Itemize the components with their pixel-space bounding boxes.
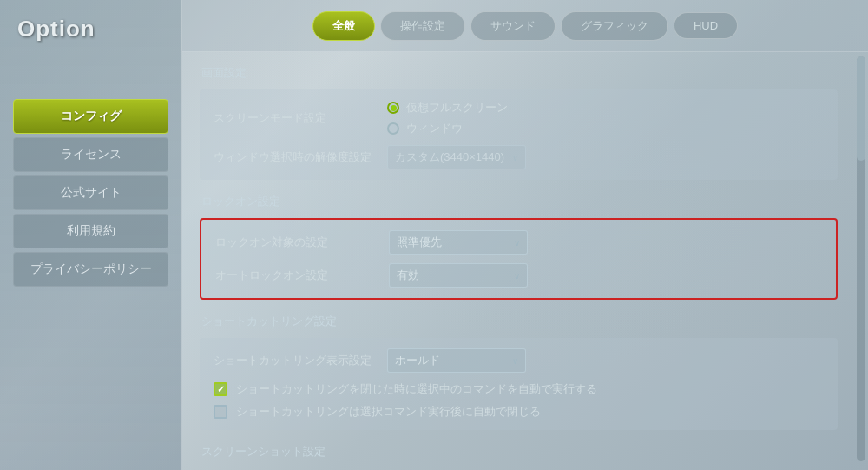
shortcut-checkbox2[interactable] bbox=[214, 405, 227, 419]
main-content: 画面設定 スクリーンモード設定 仮想フルスクリーン ウィンドウ bbox=[182, 52, 855, 461]
resolution-dropdown[interactable]: カスタム(3440×1440) ∨ bbox=[387, 145, 526, 169]
shortcut-display-row: ショートカットリング表示設定 ホールド ∨ bbox=[214, 348, 824, 373]
lockon-auto-dropdown-text: 有効 bbox=[397, 268, 507, 283]
sidebar-item-config[interactable]: コンフィグ bbox=[13, 99, 168, 134]
resolution-value: カスタム(3440×1440) ∨ bbox=[387, 145, 526, 169]
lockon-section: ロックオン設定 ロックオン対象の設定 照準優先 ∨ オートロックオン設定 有効 bbox=[200, 194, 838, 300]
lockon-target-label: ロックオン対象の設定 bbox=[215, 235, 389, 250]
shortcut-section-title: ショートカットリング設定 bbox=[200, 314, 838, 329]
lockon-target-row: ロックオン対象の設定 照準優先 ∨ bbox=[215, 230, 822, 255]
shortcut-display-dropdown[interactable]: ホールド ∨ bbox=[387, 348, 526, 373]
tab-controls[interactable]: 操作設定 bbox=[380, 11, 465, 41]
lockon-target-dropdown[interactable]: 照準優先 ∨ bbox=[389, 230, 528, 255]
resolution-dropdown-text: カスタム(3440×1440) bbox=[395, 149, 505, 165]
screen-mode-radio-group: 仮想フルスクリーン ウィンドウ bbox=[387, 100, 508, 136]
tab-general[interactable]: 全般 bbox=[312, 11, 375, 41]
lockon-auto-dropdown[interactable]: 有効 ∨ bbox=[389, 263, 528, 288]
app-title: Option bbox=[0, 0, 181, 56]
screen-section: 画面設定 スクリーンモード設定 仮想フルスクリーン ウィンドウ bbox=[200, 65, 838, 180]
lockon-auto-label: オートロックオン設定 bbox=[215, 268, 389, 283]
screen-mode-row: スクリーンモード設定 仮想フルスクリーン ウィンドウ bbox=[214, 100, 824, 136]
shortcut-display-value: ホールド ∨ bbox=[387, 348, 526, 373]
lockon-auto-dropdown-arrow: ∨ bbox=[514, 271, 520, 281]
sidebar-item-official[interactable]: 公式サイト bbox=[13, 175, 168, 210]
scrollbar-thumb[interactable] bbox=[857, 56, 865, 161]
scrollbar-track[interactable] bbox=[857, 56, 865, 461]
lockon-auto-row: オートロックオン設定 有効 ∨ bbox=[215, 263, 822, 288]
screen-section-body: スクリーンモード設定 仮想フルスクリーン ウィンドウ bbox=[200, 89, 838, 180]
tab-hud[interactable]: HUD bbox=[674, 12, 738, 39]
shortcut-checkbox2-row: ショートカットリングは選択コマンド実行後に自動で閉じる bbox=[214, 404, 824, 420]
radio-window-label: ウィンドウ bbox=[406, 121, 463, 136]
screenshot-section-title: スクリーンショット設定 bbox=[200, 444, 838, 460]
lockon-section-title: ロックオン設定 bbox=[200, 194, 838, 209]
screen-section-title: 画面設定 bbox=[200, 65, 838, 81]
radio-virtual-fullscreen-circle bbox=[387, 102, 399, 114]
radio-virtual-fullscreen-label: 仮想フルスクリーン bbox=[406, 100, 508, 116]
shortcut-checkbox2-label: ショートカットリングは選択コマンド実行後に自動で閉じる bbox=[236, 404, 541, 420]
radio-window[interactable]: ウィンドウ bbox=[387, 121, 508, 136]
resolution-dropdown-arrow: ∨ bbox=[512, 153, 518, 162]
shortcut-display-dropdown-arrow: ∨ bbox=[512, 356, 518, 366]
screenshot-section: スクリーンショット設定 撮影した画像のHUDを非表示にする 撮影時に通知を表示す… bbox=[200, 444, 838, 461]
lockon-auto-value: 有効 ∨ bbox=[389, 263, 528, 288]
sidebar-item-privacy[interactable]: プライバシーポリシー bbox=[13, 252, 168, 287]
shortcut-checkbox1-row: ショートカットリングを閉じた時に選択中のコマンドを自動で実行する bbox=[214, 381, 824, 397]
radio-window-circle bbox=[387, 122, 399, 135]
resolution-label: ウィンドウ選択時の解像度設定 bbox=[214, 149, 387, 165]
resolution-row: ウィンドウ選択時の解像度設定 カスタム(3440×1440) ∨ bbox=[214, 145, 824, 169]
screen-mode-label: スクリーンモード設定 bbox=[214, 110, 387, 126]
shortcut-display-dropdown-text: ホールド bbox=[395, 353, 505, 368]
tab-sound[interactable]: サウンド bbox=[470, 11, 556, 41]
screen-mode-value: 仮想フルスクリーン ウィンドウ bbox=[387, 100, 508, 136]
lockon-section-body: ロックオン対象の設定 照準優先 ∨ オートロックオン設定 有効 ∨ bbox=[200, 218, 838, 300]
sidebar-item-license[interactable]: ライセンス bbox=[13, 137, 168, 172]
tab-graphics[interactable]: グラフィック bbox=[561, 11, 668, 41]
sidebar-menu: コンフィグ ライセンス 公式サイト 利用規約 プライバシーポリシー bbox=[0, 99, 181, 287]
lockon-target-dropdown-text: 照準優先 bbox=[397, 235, 507, 250]
lockon-target-value: 照準優先 ∨ bbox=[389, 230, 528, 255]
shortcut-display-label: ショートカットリング表示設定 bbox=[214, 353, 387, 368]
sidebar-item-terms[interactable]: 利用規約 bbox=[13, 214, 168, 248]
shortcut-checkbox1[interactable] bbox=[214, 382, 227, 396]
tabs-bar: 全般 操作設定 サウンド グラフィック HUD bbox=[182, 0, 868, 52]
shortcut-section: ショートカットリング設定 ショートカットリング表示設定 ホールド ∨ ショートカ… bbox=[200, 314, 838, 430]
lockon-target-dropdown-arrow: ∨ bbox=[514, 238, 520, 248]
shortcut-section-body: ショートカットリング表示設定 ホールド ∨ ショートカットリングを閉じた時に選択… bbox=[200, 338, 838, 430]
shortcut-checkbox1-label: ショートカットリングを閉じた時に選択中のコマンドを自動で実行する bbox=[236, 381, 597, 397]
sidebar: Option コンフィグ ライセンス 公式サイト 利用規約 プライバシーポリシー bbox=[0, 0, 182, 470]
radio-virtual-fullscreen[interactable]: 仮想フルスクリーン bbox=[387, 100, 508, 116]
